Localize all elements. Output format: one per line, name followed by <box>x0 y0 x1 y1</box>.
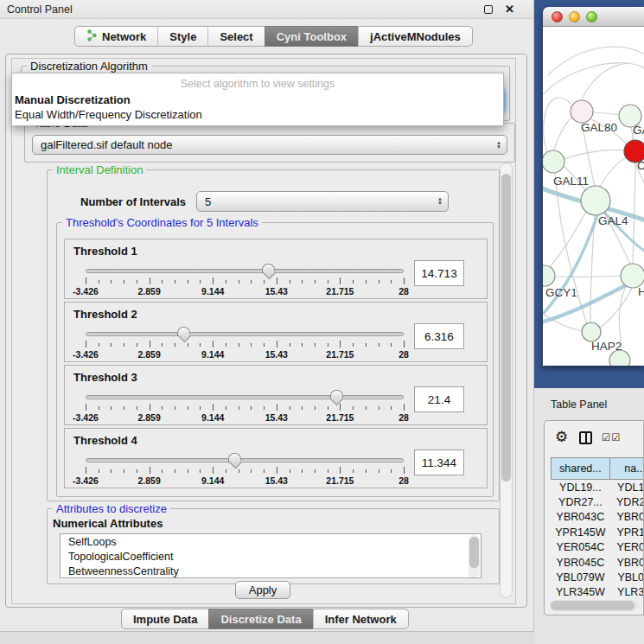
tab-label: Select <box>220 30 252 43</box>
combo-stepper-icon: ▲▼ <box>496 136 501 154</box>
tab-select[interactable]: Select <box>207 26 264 47</box>
list-item-betweennesscentrality[interactable]: BetweennessCentrality <box>61 564 481 578</box>
threshold-slider-4[interactable]: -3.4262.8599.14415.4321.71528 <box>86 455 404 486</box>
node-label: H <box>638 285 644 298</box>
network-node[interactable] <box>543 150 564 173</box>
column-header-name[interactable]: na... <box>610 457 644 480</box>
table-cell: YBR043C <box>551 510 610 525</box>
table-row[interactable]: YBR043CYBR0... <box>551 510 644 525</box>
panel-title: Control Panel <box>7 3 73 16</box>
table-row[interactable]: YLR345WYLR3... <box>551 585 644 600</box>
network-node[interactable] <box>571 100 593 123</box>
threshold-slider-2[interactable]: -3.4262.8599.14415.4321.71528 <box>86 328 404 360</box>
node-table: shared...na... YDL19...YDL1...YDR27...YD… <box>551 457 644 615</box>
network-window: GAL80GACGAL11GAL4GCY1HHAP2 <box>543 7 644 366</box>
threshold-value-field[interactable]: 6.316 <box>414 323 464 349</box>
network-edge <box>593 112 620 115</box>
scale-label: 21.715 <box>326 412 354 423</box>
scale-label: 28 <box>399 412 409 423</box>
table-row[interactable]: YER054CYER0... <box>551 540 644 555</box>
control-panel: Control Panel ✕ NetworkStyleSelectCyni T… <box>0 0 534 632</box>
tab-impute-data[interactable]: Impute Data <box>121 609 208 629</box>
scale-label: 2.859 <box>137 286 160 296</box>
numerical-attributes-list[interactable]: SelfLoopsTopologicalCoefficientBetweenne… <box>60 533 481 578</box>
table-cell: YER054C <box>551 540 610 555</box>
algorithm-option-equal-width-frequency-discretization[interactable]: Equal Width/Frequency Discretization <box>12 107 503 122</box>
tab-label: Network <box>102 30 146 43</box>
node-label: GAL80 <box>581 121 617 134</box>
scale-label: 9.144 <box>201 475 224 486</box>
apply-button[interactable]: Apply <box>235 581 290 599</box>
close-window-icon[interactable] <box>552 11 563 22</box>
threshold-value-field[interactable]: 21.4 <box>414 386 464 412</box>
algorithm-group-title: Discretization Algorithm <box>27 60 151 73</box>
scale-label: -3.426 <box>73 475 99 486</box>
network-node[interactable] <box>621 264 644 288</box>
algorithm-option-manual-discretization[interactable]: Manual Discretization <box>12 92 503 107</box>
slider-scale-labels: -3.4262.8599.14415.4321.71528 <box>86 349 404 360</box>
network-node[interactable] <box>582 322 601 341</box>
slider-thumb[interactable] <box>177 327 190 336</box>
hscrollbar-thumb[interactable] <box>551 601 634 610</box>
slider-thumb[interactable] <box>228 453 241 462</box>
network-canvas[interactable]: GAL80GACGAL11GAL4GCY1HHAP2 <box>543 27 644 366</box>
node-label: GA <box>633 124 644 137</box>
table-horizontal-scrollbar[interactable] <box>550 600 639 611</box>
float-panel-icon[interactable] <box>484 5 493 14</box>
scrollbar-thumb[interactable] <box>501 174 511 481</box>
columns-icon[interactable] <box>579 431 592 444</box>
tab-cyni-toolbox[interactable]: Cyni Toolbox <box>265 26 358 47</box>
list-item-selfloops[interactable]: SelfLoops <box>61 534 481 549</box>
table-panel-title: Table Panel <box>551 399 607 411</box>
scale-label: -3.426 <box>73 286 99 296</box>
threshold-value-field[interactable]: 11.344 <box>414 450 464 475</box>
tab-style[interactable]: Style <box>157 26 207 47</box>
num-intervals-label: Number of Intervals <box>80 195 186 208</box>
list-item-topologicalcoefficient[interactable]: TopologicalCoefficient <box>61 549 481 564</box>
tab-network[interactable]: Network <box>74 26 157 47</box>
tab-label: Style <box>169 30 196 43</box>
network-edge <box>564 150 625 159</box>
threshold-box-3: Threshold 3-3.4262.8599.14415.4321.71528… <box>64 365 488 425</box>
settings-scrollbar[interactable] <box>500 163 513 598</box>
threshold-label: Threshold 1 <box>73 245 137 258</box>
tab-discretize-data[interactable]: Discretize Data <box>208 609 312 629</box>
minimize-window-icon[interactable] <box>569 11 580 22</box>
close-icon[interactable]: ✕ <box>505 3 514 16</box>
list-scrollbar[interactable] <box>469 535 480 578</box>
scale-label: 2.859 <box>137 475 160 486</box>
table-row[interactable]: YDL19...YDL1... <box>551 480 644 494</box>
slider-track <box>86 269 404 273</box>
gear-icon[interactable]: ⚙ <box>555 428 568 446</box>
table-row[interactable]: YBR045CYBR0... <box>551 555 644 570</box>
table-cell: YDR27... <box>551 494 610 509</box>
threshold-value-field[interactable]: 14.713 <box>414 260 464 286</box>
network-node[interactable] <box>543 265 555 286</box>
network-node[interactable] <box>581 186 610 215</box>
scale-label: 28 <box>399 475 409 486</box>
slider-ticks <box>86 467 404 474</box>
slider-thumb[interactable] <box>262 264 275 273</box>
thresholds-group: Threshold's Coordinates for 5 Intervals … <box>56 222 494 497</box>
tab-infer-network[interactable]: Infer Network <box>313 609 409 629</box>
table-row[interactable]: YDR27...YDR2... <box>551 494 644 509</box>
table-data-selected-value: galFiltered.sif default node <box>41 138 172 151</box>
zoom-window-icon[interactable] <box>586 11 597 22</box>
tab-label: jActiveMNodules <box>370 30 461 43</box>
select-columns-icons[interactable]: ☑☑ <box>602 431 622 443</box>
num-intervals-select[interactable]: 5 ▲▼ <box>196 191 449 212</box>
tab-jactivemnodules[interactable]: jActiveMNodules <box>358 26 473 47</box>
table-cell: YBL0... <box>610 570 644 584</box>
threshold-slider-3[interactable]: -3.4262.8599.14415.4321.71528 <box>86 392 404 423</box>
table-data-select[interactable]: galFiltered.sif default node ▲▼ <box>32 135 507 155</box>
threshold-slider-1[interactable]: -3.4262.8599.14415.4321.71528 <box>86 265 404 296</box>
node-label: GAL4 <box>598 214 628 227</box>
table-row[interactable]: YBL079WYBL0... <box>551 570 644 584</box>
network-edge <box>544 98 571 154</box>
column-header-shared[interactable]: shared... <box>551 457 610 480</box>
network-window-titlebar[interactable] <box>543 7 644 27</box>
slider-thumb[interactable] <box>330 390 343 399</box>
table-row[interactable]: YPR145WYPR1... <box>551 525 644 539</box>
table-cell: YPR1... <box>610 525 644 539</box>
slider-scale-labels: -3.4262.8599.14415.4321.71528 <box>86 286 404 296</box>
